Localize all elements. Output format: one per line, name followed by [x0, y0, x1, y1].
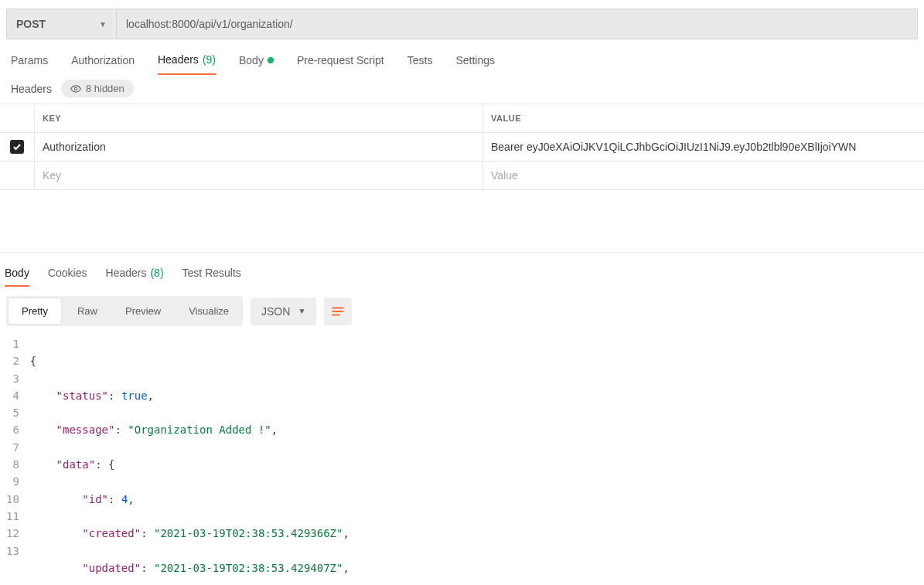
request-tabs: Params Authorization Headers (9) Body Pr… [0, 39, 924, 75]
tab-prerequest[interactable]: Pre-request Script [297, 53, 384, 75]
header-value-input[interactable]: Value [483, 162, 924, 189]
tab-tests[interactable]: Tests [407, 53, 433, 75]
view-preview-button[interactable]: Preview [111, 296, 175, 326]
headers-subheader: Headers 8 hidden [0, 75, 924, 104]
line-gutter: 1 2 3 4 5 6 7 8 9 10 11 12 13 [6, 335, 30, 585]
tab-authorization[interactable]: Authorization [71, 53, 135, 75]
headers-table-head: KEY VALUE [0, 104, 924, 133]
view-mode-segment: Pretty Raw Preview Visualize [6, 296, 243, 326]
resp-tab-body[interactable]: Body [5, 267, 29, 287]
table-row: Authorization Bearer eyJ0eXAiOiJKV1QiLCJ… [0, 133, 924, 162]
tab-headers[interactable]: Headers (9) [158, 53, 216, 75]
chevron-down-icon: ▼ [298, 307, 305, 315]
header-value-input[interactable]: Bearer eyJ0eXAiOiJKV1QiLCJhbGciOiJIUzI1N… [483, 133, 924, 161]
hidden-headers-toggle[interactable]: 8 hidden [61, 80, 134, 97]
svg-point-0 [74, 87, 77, 90]
wrap-icon [331, 304, 345, 318]
wrap-lines-button[interactable] [324, 298, 352, 325]
tab-settings[interactable]: Settings [455, 53, 495, 75]
language-select[interactable]: JSON ▼ [251, 298, 316, 325]
resp-tab-headers[interactable]: Headers (8) [106, 267, 164, 287]
tab-params[interactable]: Params [11, 53, 48, 75]
resp-headers-count: (8) [150, 267, 163, 281]
headers-table: KEY VALUE Authorization Bearer eyJ0eXAiO… [0, 104, 924, 190]
headers-title: Headers [11, 83, 52, 95]
response-format-toolbar: Pretty Raw Preview Visualize JSON ▼ [0, 287, 924, 331]
header-key-input[interactable]: Key [35, 162, 483, 189]
row-checkbox-cell [0, 162, 35, 189]
header-key-input[interactable]: Authorization [35, 133, 483, 161]
body-indicator-icon [268, 57, 274, 63]
request-bar: POST ▼ localhost:8000/api/v1/organizatio… [6, 9, 918, 39]
row-checkbox-cell [0, 133, 35, 161]
hidden-count-label: 8 hidden [86, 83, 124, 94]
checkbox-column-head [0, 104, 35, 132]
headers-count-badge: (9) [203, 53, 216, 66]
http-method-select[interactable]: POST ▼ [6, 9, 116, 39]
table-row: Key Value [0, 162, 924, 190]
language-label: JSON [261, 305, 290, 318]
key-column-head: KEY [35, 104, 483, 132]
http-method-label: POST [16, 18, 46, 30]
request-url-input[interactable]: localhost:8000/api/v1/organization/ [116, 9, 918, 39]
response-tabs: Body Cookies Headers (8) Test Results [0, 252, 924, 287]
value-column-head: VALUE [483, 104, 924, 132]
view-raw-button[interactable]: Raw [63, 296, 111, 326]
resp-tab-cookies[interactable]: Cookies [48, 267, 87, 287]
chevron-down-icon: ▼ [99, 20, 107, 29]
view-pretty-button[interactable]: Pretty [8, 298, 62, 325]
request-url-text: localhost:8000/api/v1/organization/ [126, 18, 293, 30]
tab-body[interactable]: Body [239, 53, 274, 75]
code-lines: { "status": true, "message": "Organizati… [30, 335, 349, 585]
eye-icon [70, 83, 81, 94]
response-body-editor[interactable]: 1 2 3 4 5 6 7 8 9 10 11 12 13 { "status"… [0, 331, 924, 585]
resp-tab-test-results[interactable]: Test Results [182, 267, 241, 287]
row-checkbox[interactable] [10, 140, 24, 154]
check-icon [12, 142, 22, 151]
view-visualize-button[interactable]: Visualize [175, 296, 243, 326]
